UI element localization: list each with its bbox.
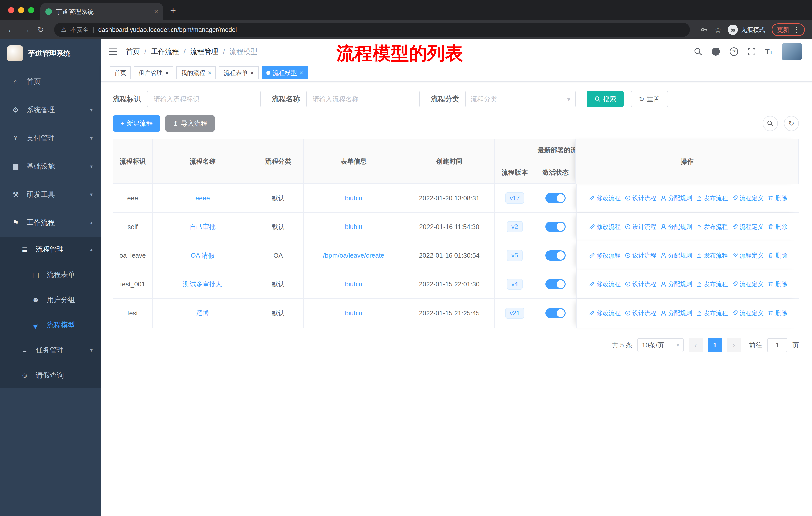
process-name-link[interactable]: 测试多审批人 <box>183 280 222 289</box>
publish-process-link[interactable]: 发布流程 <box>696 309 728 317</box>
toggle-search-button[interactable] <box>763 116 778 131</box>
sidebar-item-process-management[interactable]: ≣ 流程管理 ▴ <box>0 237 101 262</box>
edit-process-link[interactable]: 修改流程 <box>589 280 621 288</box>
sidebar-item-user-group[interactable]: ☻ 用户分组 <box>0 287 101 313</box>
tab-close-icon[interactable]: × <box>154 7 158 16</box>
process-key-input[interactable] <box>147 91 261 107</box>
publish-process-link[interactable]: 发布流程 <box>696 280 728 288</box>
sidebar-item-leave-query[interactable]: ☺ 请假查询 <box>0 363 101 388</box>
tag-tenant-management[interactable]: 租户管理 × <box>134 66 173 79</box>
design-process-link[interactable]: 设计流程 <box>625 309 657 317</box>
breadcrumb-process-management[interactable]: 流程管理 <box>190 47 219 56</box>
breadcrumb-workflow[interactable]: 工作流程 <box>151 47 179 56</box>
browser-menu-icon[interactable]: ⋮ <box>793 26 800 34</box>
form-info-link[interactable]: biubiu <box>345 223 362 231</box>
delete-link[interactable]: 删除 <box>768 223 787 231</box>
goto-page-input[interactable] <box>767 338 787 352</box>
github-icon[interactable] <box>712 47 721 56</box>
process-definition-link[interactable]: 流程定义 <box>732 309 764 317</box>
tag-process-model[interactable]: 流程模型 × <box>262 66 308 79</box>
process-definition-link[interactable]: 流程定义 <box>732 223 764 231</box>
process-definition-link[interactable]: 流程定义 <box>732 194 764 202</box>
assign-rule-link[interactable]: 分配规则 <box>661 309 692 317</box>
publish-process-link[interactable]: 发布流程 <box>696 251 728 260</box>
create-process-button[interactable]: + 新建流程 <box>113 115 160 132</box>
process-name-link[interactable]: eeee <box>195 194 210 202</box>
chrome-update-button[interactable]: 更新 ⋮ <box>772 23 805 36</box>
font-size-icon[interactable]: TT <box>765 47 773 56</box>
design-process-link[interactable]: 设计流程 <box>625 251 657 260</box>
sidebar-item-infra[interactable]: ▦ 基础设施 ▾ <box>0 152 101 181</box>
delete-link[interactable]: 删除 <box>768 280 787 288</box>
breadcrumb-home[interactable]: 首页 <box>126 47 140 56</box>
browser-tab[interactable]: 芋道管理系统 × <box>40 3 163 20</box>
active-toggle[interactable] <box>546 193 566 203</box>
refresh-table-button[interactable]: ↻ <box>784 116 799 131</box>
category-select[interactable]: 流程分类 ▾ <box>465 91 576 107</box>
active-toggle[interactable] <box>546 250 566 261</box>
form-info-link[interactable]: biubiu <box>345 280 362 288</box>
sidebar-item-devtools[interactable]: ⚒ 研发工具 ▾ <box>0 181 101 209</box>
zoom-window-button[interactable] <box>28 7 34 13</box>
tag-process-form[interactable]: 流程表单 × <box>219 66 259 79</box>
edit-process-link[interactable]: 修改流程 <box>589 194 621 202</box>
next-page-button[interactable]: › <box>727 338 741 352</box>
sidebar-item-process-model[interactable]: ▶ 流程模型 <box>0 313 101 337</box>
import-process-button[interactable]: ↥ 导入流程 <box>165 115 215 132</box>
edit-process-link[interactable]: 修改流程 <box>589 223 621 231</box>
assign-rule-link[interactable]: 分配规则 <box>661 251 692 260</box>
form-info-link[interactable]: /bpm/oa/leave/create <box>323 252 384 260</box>
process-definition-link[interactable]: 流程定义 <box>732 280 764 288</box>
new-tab-button[interactable]: + <box>170 5 176 16</box>
address-bar[interactable]: ⚠ 不安全 | dashboard.yudao.iocoder.cn/bpm/m… <box>54 23 690 37</box>
active-toggle[interactable] <box>546 308 566 318</box>
forward-icon[interactable]: → <box>22 26 30 34</box>
process-name-input[interactable] <box>306 91 420 107</box>
active-toggle[interactable] <box>546 222 566 232</box>
collapse-sidebar-icon[interactable] <box>101 48 126 55</box>
process-definition-link[interactable]: 流程定义 <box>732 251 764 260</box>
search-icon[interactable] <box>694 47 702 56</box>
sidebar-item-home[interactable]: ⌂ 首页 <box>0 67 101 96</box>
process-name-link[interactable]: OA 请假 <box>191 251 214 260</box>
form-info-link[interactable]: biubiu <box>345 194 362 202</box>
close-icon[interactable]: × <box>208 70 211 76</box>
help-icon[interactable]: ? <box>730 47 738 56</box>
reload-icon[interactable]: ↻ <box>37 26 44 34</box>
user-avatar[interactable] <box>782 43 802 60</box>
assign-rule-link[interactable]: 分配规则 <box>661 280 692 288</box>
sidebar-item-process-form[interactable]: ▤ 流程表单 <box>0 262 101 287</box>
password-key-icon[interactable] <box>700 26 708 34</box>
sidebar-item-workflow[interactable]: ⚑ 工作流程 ▴ <box>0 209 101 237</box>
tag-home[interactable]: 首页 <box>110 66 131 79</box>
page-size-select[interactable]: 10条/页 ▾ <box>637 338 684 352</box>
search-button[interactable]: 搜索 <box>587 91 624 107</box>
assign-rule-link[interactable]: 分配规则 <box>661 223 692 231</box>
delete-link[interactable]: 删除 <box>768 251 787 260</box>
edit-process-link[interactable]: 修改流程 <box>589 251 621 260</box>
delete-link[interactable]: 删除 <box>768 194 787 202</box>
fullscreen-icon[interactable] <box>747 47 756 56</box>
close-window-button[interactable] <box>8 7 14 13</box>
bookmark-star-icon[interactable]: ☆ <box>715 25 721 34</box>
close-icon[interactable]: × <box>165 70 169 76</box>
close-icon[interactable]: × <box>250 70 254 76</box>
sidebar-item-task-management[interactable]: ≡ 任务管理 ▾ <box>0 337 101 363</box>
page-1-button[interactable]: 1 <box>708 338 722 352</box>
design-process-link[interactable]: 设计流程 <box>625 223 657 231</box>
publish-process-link[interactable]: 发布流程 <box>696 194 728 202</box>
tag-my-process[interactable]: 我的流程 × <box>176 66 216 79</box>
edit-process-link[interactable]: 修改流程 <box>589 309 621 317</box>
active-toggle[interactable] <box>546 279 566 289</box>
minimize-window-button[interactable] <box>18 7 24 13</box>
prev-page-button[interactable]: ‹ <box>689 338 703 352</box>
close-icon[interactable]: × <box>299 70 303 76</box>
process-name-link[interactable]: 滔博 <box>196 309 209 318</box>
sidebar-item-payment[interactable]: ¥ 支付管理 ▾ <box>0 124 101 152</box>
sidebar-item-system[interactable]: ⚙ 系统管理 ▾ <box>0 96 101 124</box>
process-name-link[interactable]: 自己审批 <box>190 222 216 231</box>
design-process-link[interactable]: 设计流程 <box>625 280 657 288</box>
form-info-link[interactable]: biubiu <box>345 309 362 317</box>
design-process-link[interactable]: 设计流程 <box>625 194 657 202</box>
reset-button[interactable]: ↻ 重置 <box>631 91 668 107</box>
